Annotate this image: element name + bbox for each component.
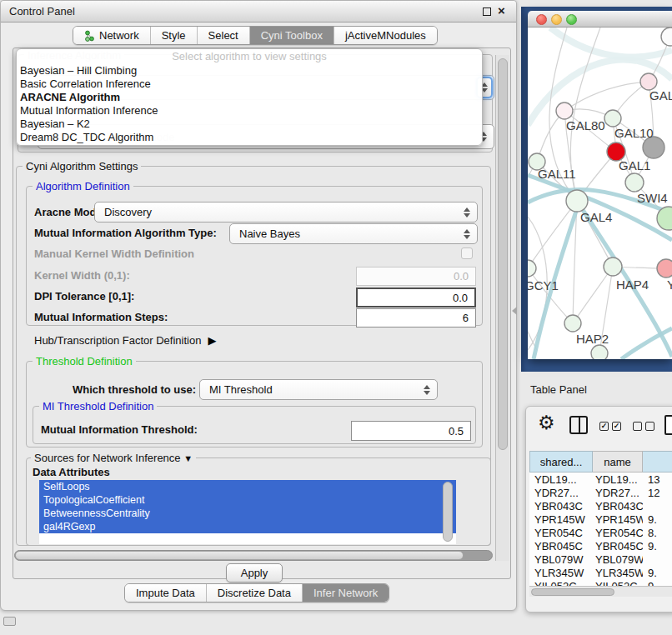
dpi-tolerance-label: DPI Tolerance [0,1]: <box>34 290 134 302</box>
network-icon <box>84 30 95 42</box>
table-cell: YPR145W <box>529 513 593 526</box>
tab-label: Select <box>208 29 238 42</box>
table-row[interactable]: YER054CYER054C8. <box>529 526 672 539</box>
table-cell: 9. <box>643 513 672 526</box>
table-horizontal-scrollbar[interactable] <box>529 586 672 597</box>
mi-type-combo[interactable]: Naive Bayes <box>229 223 478 244</box>
table-row[interactable]: YBR045CYBR045C9. <box>529 539 672 552</box>
tab-select[interactable]: Select <box>197 27 249 44</box>
table-cell: YER054C <box>529 527 593 539</box>
combo-spinner-icon <box>419 385 434 395</box>
column-header-shared[interactable]: shared... <box>529 451 593 472</box>
popup-item-mutual-information-inference[interactable]: Mutual Information Inference <box>17 104 482 118</box>
hub-definition-toggle[interactable]: Hub/Transcription Factor Definition ▶ <box>34 334 216 347</box>
node-hap2[interactable] <box>564 315 581 332</box>
tab-infer-network[interactable]: Infer Network <box>302 584 389 602</box>
unchecked-checkbox-icon[interactable] <box>645 422 654 431</box>
manual-kernel-checkbox[interactable] <box>461 248 473 259</box>
sources-group-title[interactable]: Sources for Network Inference ▼ <box>31 452 196 464</box>
table-row[interactable]: YPR145WYPR145W9. <box>529 512 672 526</box>
node-gal4[interactable] <box>566 190 588 212</box>
table-row[interactable]: YBL079WYBL079W <box>529 552 672 566</box>
checked-checkbox-icon[interactable]: ✓ <box>612 422 621 431</box>
node-gal-pink[interactable] <box>640 73 657 90</box>
threshold-definition-title: Threshold Definition <box>33 355 136 368</box>
file-icon[interactable] <box>664 415 672 435</box>
attributes-list-scrollbar[interactable] <box>443 482 453 542</box>
popup-item-bayesian-hill-climbing[interactable]: Bayesian – Hill Climbing <box>17 64 482 78</box>
popup-item-dream8-dc-tdc-algorithm[interactable]: Dream8 DC_TDC Algorithm <box>17 131 482 144</box>
table-cell: YDL19... <box>529 473 593 486</box>
horizontal-scrollbar-thumb[interactable] <box>15 551 464 560</box>
node-top-right[interactable] <box>661 28 672 46</box>
control-panel-titlebar[interactable]: Control Panel × <box>1 1 516 22</box>
algorithm-list: Bayesian – Hill ClimbingBasic Correlatio… <box>17 64 482 144</box>
table-row[interactable]: YBR043CYBR043C <box>529 499 672 512</box>
tab-label: Infer Network <box>313 587 378 599</box>
algorithm-definition-title: Algorithm Definition <box>33 180 133 192</box>
aracne-mode-combo[interactable]: Discovery <box>94 202 478 222</box>
node-gal80[interactable] <box>556 102 573 119</box>
attribute-item-betweennesscentrality[interactable]: BetweennessCentrality <box>39 507 456 520</box>
settings-vertical-scrollbar[interactable] <box>495 55 509 561</box>
table-row[interactable]: YLR345WYLR345W9. <box>529 566 672 579</box>
table-cell: YBR045C <box>529 540 593 552</box>
popup-item-basic-correlation-inference[interactable]: Basic Correlation Inference <box>17 78 482 91</box>
application-root: Control Panel × NetworkStyleSelectCyni T… <box>0 0 672 635</box>
table-row[interactable]: YDR27...YDR27...12 <box>529 486 672 499</box>
mi-steps-field[interactable]: 6 <box>356 308 476 328</box>
tab-style[interactable]: Style <box>150 27 197 44</box>
attribute-item-selfloops[interactable]: SelfLoops <box>39 480 456 493</box>
column-header-3[interactable] <box>643 451 672 472</box>
panel-divider-handle[interactable] <box>512 307 517 315</box>
dpi-tolerance-field[interactable]: 0.0 <box>356 288 476 308</box>
table-scrollbar-thumb[interactable] <box>531 588 614 596</box>
node-bottom[interactable] <box>591 345 608 359</box>
node-gal1[interactable] <box>625 173 644 192</box>
attribute-item-gal4rgexp[interactable]: gal4RGexp <box>39 520 456 533</box>
node-salmon[interactable] <box>657 259 672 278</box>
combo-spinner-icon <box>459 229 474 239</box>
settings-horizontal-scrollbar[interactable] <box>14 550 493 561</box>
node-gcy1[interactable] <box>528 260 536 277</box>
data-attributes-list: SelfLoopsTopologicalCoefficientBetweenne… <box>39 480 456 544</box>
tab-network[interactable]: Network <box>73 27 150 44</box>
node-label-gal: GAL <box>649 88 672 102</box>
popup-item-bayesian-k2[interactable]: Bayesian – K2 <box>17 118 482 131</box>
float-window-icon[interactable] <box>483 8 491 16</box>
attribute-item-topologicalcoefficient[interactable]: TopologicalCoefficient <box>39 493 456 507</box>
tab-label: Discretize Data <box>218 587 291 599</box>
collapsed-panel-icon[interactable] <box>3 617 16 626</box>
checked-checkbox-icon[interactable]: ✓ <box>599 422 609 431</box>
control-panel-window: Control Panel × NetworkStyleSelectCyni T… <box>0 0 517 611</box>
tab-impute-data[interactable]: Impute Data <box>125 584 206 602</box>
mi-threshold-field[interactable]: 0.5 <box>351 421 471 441</box>
tab-jactivemnodules[interactable]: jActiveMNodules <box>333 27 437 44</box>
node-hap4[interactable] <box>604 258 622 276</box>
unchecked-checkbox-icon[interactable] <box>633 422 642 431</box>
network-canvas[interactable]: GALGAL80GAL10GAL1GAL11SWI4GAL4GCY1HAP4YH… <box>528 28 672 359</box>
tab-discretize-data[interactable]: Discretize Data <box>206 584 302 602</box>
table-body: YDL19...YDL19...13YDR27...YDR27...12YBR0… <box>529 472 672 587</box>
table-row[interactable]: YDL19...YDL19...13 <box>529 472 672 486</box>
minimize-traffic-light[interactable] <box>551 14 562 25</box>
node-gal10[interactable] <box>604 110 621 127</box>
chevron-down-icon: ▼ <box>183 453 193 463</box>
close-icon[interactable]: × <box>498 3 505 18</box>
popup-item-aracne-algorithm[interactable]: ARACNE Algorithm <box>17 91 482 104</box>
columns-icon[interactable] <box>569 416 588 434</box>
which-threshold-combo[interactable]: MI Threshold <box>199 379 438 400</box>
tab-cyni-toolbox[interactable]: Cyni Toolbox <box>249 27 333 44</box>
vertical-scrollbar-thumb[interactable] <box>498 58 508 450</box>
zoom-traffic-light[interactable] <box>566 14 577 25</box>
close-traffic-light[interactable] <box>536 14 547 25</box>
column-header-name[interactable]: name <box>593 451 643 472</box>
network-window-titlebar[interactable] <box>528 11 672 28</box>
table-panel-window: ⚙ ✓ ✓ shared...name YDL19...YDL19...13YD… <box>525 406 672 612</box>
node-label-gal80: GAL80 <box>566 118 605 132</box>
manual-kernel-label: Manual Kernel Width Definition <box>34 248 194 260</box>
gear-icon[interactable]: ⚙ <box>538 412 555 434</box>
node-label-gal1: GAL1 <box>619 158 650 172</box>
kernel-width-field[interactable]: 0.0 <box>356 267 476 286</box>
apply-button[interactable]: Apply <box>226 563 283 582</box>
